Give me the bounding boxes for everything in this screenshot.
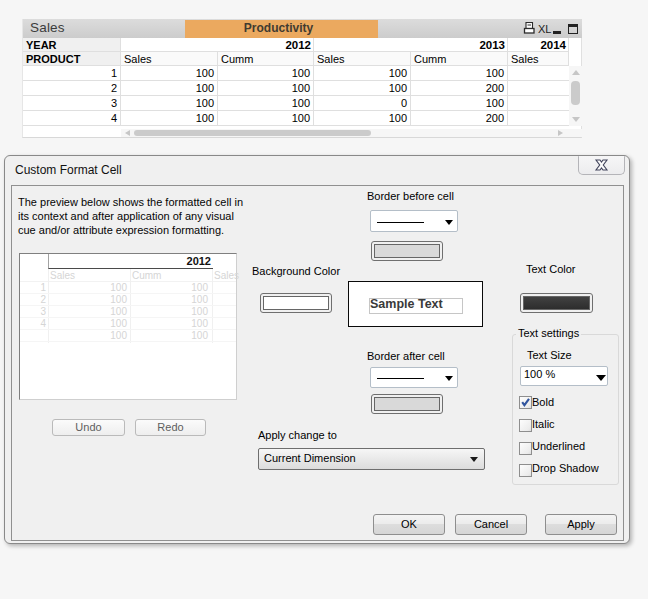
svg-text:XL: XL — [538, 23, 551, 35]
